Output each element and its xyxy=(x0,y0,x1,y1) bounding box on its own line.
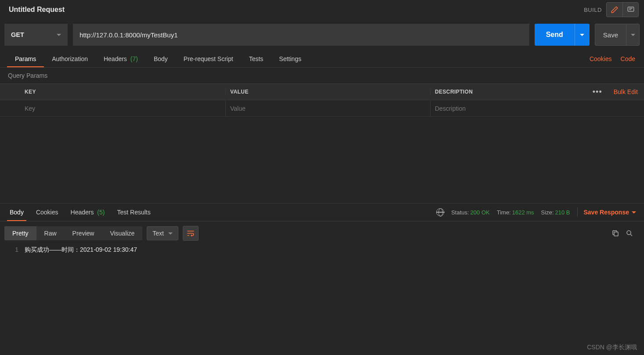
method-value: GET xyxy=(11,31,24,38)
comment-icon[interactable] xyxy=(622,3,638,17)
header-actions: BUILD xyxy=(584,2,639,17)
kv-checkbox[interactable] xyxy=(0,100,20,116)
save-response-button[interactable]: Save Response xyxy=(577,207,637,217)
format-value: Text xyxy=(152,230,164,237)
resp-tab-body[interactable]: Body xyxy=(4,204,30,221)
view-raw[interactable]: Raw xyxy=(36,226,65,240)
send-button[interactable]: Send xyxy=(535,24,575,46)
resp-tab-headers[interactable]: Headers (5) xyxy=(65,204,111,221)
save-dropdown[interactable] xyxy=(626,24,639,45)
time-stat: Time:1622 ms xyxy=(497,209,534,216)
response-body: 1 购买成功——时间：2021-09-02 19:30:47 xyxy=(0,245,644,255)
watermark: CSDN @李长渊哦 xyxy=(587,344,637,351)
svg-point-2 xyxy=(627,231,631,235)
tab-tests[interactable]: Tests xyxy=(241,51,271,67)
response-meta: Status:200 OK Time:1622 ms Size:210 B Sa… xyxy=(436,207,640,217)
header-icon-group xyxy=(606,2,639,17)
save-button[interactable]: Save xyxy=(595,24,626,45)
method-select[interactable]: GET xyxy=(4,24,68,46)
svg-rect-0 xyxy=(628,7,634,11)
view-visualize[interactable]: Visualize xyxy=(102,226,142,240)
tab-headers-label: Headers xyxy=(104,55,127,62)
spacer xyxy=(0,117,644,203)
col-key: KEY xyxy=(20,89,226,95)
resp-tab-test-results[interactable]: Test Results xyxy=(111,204,156,221)
chevron-down-icon xyxy=(168,232,173,235)
request-row: GET Send Save xyxy=(0,19,644,50)
wrap-lines-button[interactable] xyxy=(183,226,199,241)
chevron-down-icon xyxy=(57,34,61,36)
chevron-down-icon xyxy=(631,34,635,36)
code-link[interactable]: Code xyxy=(619,51,637,67)
status-stat: Status:200 OK xyxy=(451,209,490,216)
kv-header: KEY VALUE DESCRIPTION ••• Bulk Edit xyxy=(0,83,644,100)
save-group: Save xyxy=(595,24,640,46)
resp-headers-label: Headers xyxy=(71,209,94,216)
description-input[interactable] xyxy=(431,100,644,116)
col-description: DESCRIPTION xyxy=(431,89,587,95)
resp-tab-cookies[interactable]: Cookies xyxy=(30,204,65,221)
request-header: Untitled Request BUILD xyxy=(0,0,644,19)
view-segment: Pretty Raw Preview Visualize xyxy=(4,226,142,240)
chevron-down-icon xyxy=(632,211,636,214)
edit-icon[interactable] xyxy=(607,3,622,17)
kv-row xyxy=(0,100,644,117)
svg-rect-1 xyxy=(614,232,618,236)
url-input[interactable] xyxy=(73,24,529,46)
line-number: 1 xyxy=(0,246,25,254)
response-tabs: Body Cookies Headers (5) Test Results St… xyxy=(0,203,644,221)
globe-icon[interactable] xyxy=(436,208,444,216)
ellipsis-icon: ••• xyxy=(593,87,602,97)
cookies-link[interactable]: Cookies xyxy=(588,51,614,67)
send-dropdown[interactable] xyxy=(575,24,590,46)
save-response-label: Save Response xyxy=(584,209,630,216)
view-preview[interactable]: Preview xyxy=(65,226,102,240)
tab-authorization[interactable]: Authorization xyxy=(44,51,96,67)
resp-headers-badge: (5) xyxy=(97,209,105,216)
copy-icon[interactable] xyxy=(611,229,619,237)
request-title: Untitled Request xyxy=(9,6,65,14)
bulk-edit-link[interactable]: Bulk Edit xyxy=(608,88,644,95)
tab-headers-badge: (7) xyxy=(130,55,138,62)
search-icon[interactable] xyxy=(626,229,633,237)
build-label: BUILD xyxy=(584,7,602,13)
tabs-right: Cookies Code xyxy=(588,51,637,67)
tab-body[interactable]: Body xyxy=(146,51,176,67)
view-right xyxy=(611,229,640,237)
code-line[interactable]: 购买成功——时间：2021-09-02 19:30:47 xyxy=(25,246,137,254)
value-input[interactable] xyxy=(226,100,430,116)
tab-settings[interactable]: Settings xyxy=(271,51,309,67)
col-value: VALUE xyxy=(226,89,431,95)
tab-params[interactable]: Params xyxy=(7,51,44,67)
key-input[interactable] xyxy=(20,100,225,116)
tab-headers[interactable]: Headers (7) xyxy=(96,51,146,67)
send-group: Send xyxy=(535,24,590,46)
chevron-down-icon xyxy=(580,34,584,36)
response-view-row: Pretty Raw Preview Visualize Text xyxy=(0,221,644,245)
size-stat: Size:210 B xyxy=(541,209,570,216)
tab-pre-request[interactable]: Pre-request Script xyxy=(176,51,241,67)
kv-more[interactable]: ••• xyxy=(587,87,608,97)
format-select[interactable]: Text xyxy=(147,226,178,240)
request-tabs: Params Authorization Headers (7) Body Pr… xyxy=(0,50,644,68)
query-params-label: Query Params xyxy=(0,68,644,83)
view-pretty[interactable]: Pretty xyxy=(4,226,36,240)
